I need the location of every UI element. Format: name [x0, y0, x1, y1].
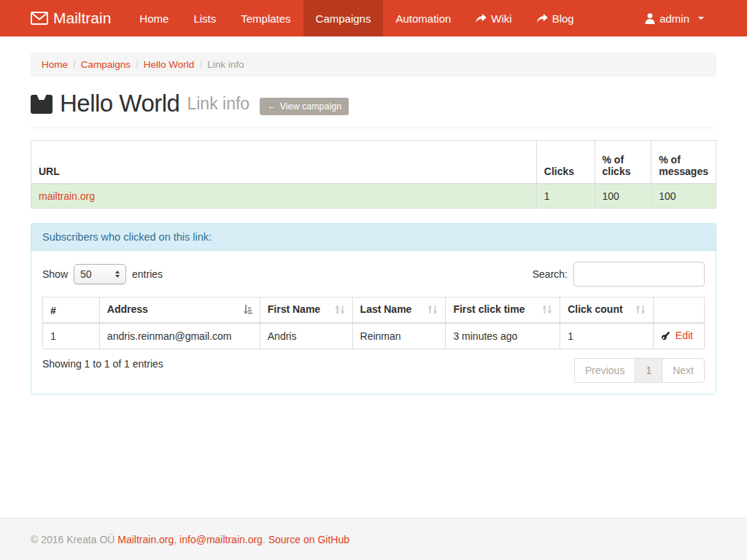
table-row: mailtrain.org 1 100 100 — [31, 184, 716, 209]
breadcrumb: Home/Campaigns/Hello World/Link info — [31, 52, 716, 77]
links-table: URL Clicks % of clicks % of messages mai… — [31, 140, 716, 209]
col-address[interactable]: Address — [99, 298, 260, 324]
links-table-header-row: URL Clicks % of clicks % of messages — [31, 141, 716, 184]
pagination-page-1-button[interactable]: 1 — [635, 358, 662, 383]
nav-item-blog[interactable]: Blog — [525, 0, 587, 36]
col-url: URL — [31, 141, 537, 184]
select-stepper-icon — [115, 271, 120, 278]
cell-last-name: Reinman — [352, 323, 446, 349]
col-last-name[interactable]: Last Name — [352, 298, 446, 324]
col-actions — [653, 298, 704, 324]
entries-label: entries — [132, 268, 163, 280]
page-subtitle: Link info — [187, 94, 249, 114]
cell-first-click-time: 3 minutes ago — [446, 323, 560, 349]
sort-both-icon — [635, 305, 646, 316]
sort-both-icon — [427, 305, 438, 316]
cell-first-name: Andris — [260, 323, 352, 349]
col-click-count[interactable]: Click count — [560, 298, 654, 324]
breadcrumb-hello-world[interactable]: Hello World — [144, 59, 195, 70]
datatable-controls: Show 50 entries Search: — [42, 262, 705, 287]
col-clicks: Clicks — [536, 141, 595, 184]
nav-item-home[interactable]: Home — [127, 0, 181, 36]
entries-info: Showing 1 to 1 of 1 entries — [42, 358, 163, 370]
user-menu[interactable]: admin — [632, 12, 716, 25]
subscribers-table: # Address First Name Last Name — [42, 297, 705, 349]
nav-item-automation[interactable]: Automation — [383, 0, 463, 36]
copyright-text: © 2016 Kreata OÜ — [31, 534, 115, 545]
search-label: Search: — [533, 268, 568, 280]
sort-both-icon — [542, 305, 552, 316]
footer-link-email[interactable]: info@mailtrain.org — [179, 534, 263, 545]
col-first-click-time[interactable]: First click time — [446, 298, 560, 324]
search-input[interactable] — [573, 262, 705, 287]
left-arrow-icon: ← — [267, 101, 276, 112]
pagination: Previous 1 Next — [574, 358, 705, 383]
page-length-select[interactable]: 50 — [74, 264, 126, 284]
brand-mailtrain[interactable]: Mailtrain — [31, 0, 111, 36]
top-navbar: Mailtrain Home Lists Templates Campaigns… — [0, 0, 747, 36]
subscribers-panel: Subscribers who clicked on this link: Sh… — [31, 223, 716, 394]
nav-item-wiki[interactable]: Wiki — [463, 0, 524, 36]
footer-link-mailtrain[interactable]: Mailtrain.org — [117, 534, 174, 545]
cell-click-count: 1 — [560, 323, 654, 349]
nav-item-lists[interactable]: Lists — [181, 0, 228, 36]
col-pct-clicks: % of clicks — [595, 141, 651, 184]
share-arrow-icon — [537, 14, 548, 23]
pagination-next-button[interactable]: Next — [662, 358, 705, 383]
show-label: Show — [42, 268, 68, 280]
chevron-down-icon — [698, 17, 704, 20]
user-icon — [645, 13, 655, 24]
breadcrumb-current: Link info — [207, 59, 244, 70]
pagination-previous-button[interactable]: Previous — [574, 358, 635, 383]
page-title: Hello World — [60, 90, 179, 117]
sort-asc-icon — [242, 305, 252, 316]
edit-link[interactable]: Edit — [676, 330, 693, 341]
sort-both-icon — [335, 305, 345, 316]
main-content: Home/Campaigns/Hello World/Link info Hel… — [31, 36, 716, 394]
panel-heading: Subscribers who clicked on this link: — [31, 224, 716, 251]
share-arrow-icon — [476, 14, 487, 23]
cell-pct-clicks: 100 — [595, 184, 651, 209]
cell-pct-messages: 100 — [651, 184, 716, 209]
col-first-name[interactable]: First Name — [260, 298, 352, 324]
view-campaign-button[interactable]: ← View campaign — [260, 98, 349, 115]
page-header: Hello World Link info ← View campaign — [31, 90, 716, 128]
wrench-icon — [661, 331, 674, 343]
inbox-icon — [31, 95, 53, 117]
nav-item-templates[interactable]: Templates — [228, 0, 303, 36]
site-footer: © 2016 Kreata OÜ Mailtrain.org, info@mai… — [0, 518, 747, 560]
cell-clicks: 1 — [536, 184, 595, 209]
table-row: 1 andris.reinman@gmail.com Andris Reinma… — [43, 323, 705, 349]
cell-address: andris.reinman@gmail.com — [99, 323, 260, 349]
envelope-icon — [31, 12, 48, 25]
main-nav: Home Lists Templates Campaigns Automatio… — [127, 0, 586, 36]
col-num[interactable]: # — [43, 298, 100, 324]
nav-item-campaigns[interactable]: Campaigns — [303, 0, 384, 36]
link-url[interactable]: mailtrain.org — [39, 190, 95, 202]
subscribers-table-header-row: # Address First Name Last Name — [43, 298, 705, 324]
user-name: admin — [659, 12, 689, 25]
breadcrumb-campaigns[interactable]: Campaigns — [81, 59, 131, 70]
cell-num: 1 — [43, 323, 100, 349]
brand-label: Mailtrain — [53, 9, 111, 27]
col-pct-messages: % of messages — [651, 141, 716, 184]
footer-link-github[interactable]: Source on GitHub — [268, 534, 349, 545]
breadcrumb-home[interactable]: Home — [42, 59, 68, 70]
